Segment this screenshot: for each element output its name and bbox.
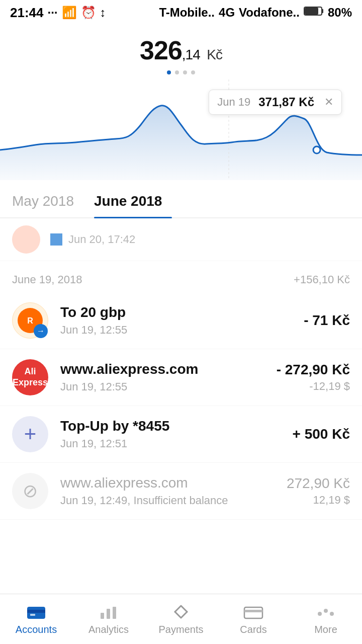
bottom-navigation: Accounts Analytics Payments xyxy=(0,594,362,644)
nav-item-accounts[interactable]: Accounts xyxy=(0,598,72,640)
date-header: June 19, 2018 +156,10 Kč xyxy=(0,261,362,292)
nav-label-cards: Cards xyxy=(240,624,266,635)
transaction-item[interactable]: R → To 20 gbp Jun 19, 12:55 - 71 Kč xyxy=(0,292,362,349)
dot-2 xyxy=(175,70,179,74)
status-left: 21:44 ··· 📶 ⏰ ↕ xyxy=(10,5,106,21)
cards-icon xyxy=(243,603,263,621)
status-right: T-Mobile.. 4G Vodafone.. 80% xyxy=(159,6,352,20)
partial-date: Jun 20, 17:42 xyxy=(68,233,135,246)
nav-label-payments: Payments xyxy=(159,624,204,635)
amount-sub-value: -12,19 $ xyxy=(277,380,350,393)
alarm-icon: ⏰ xyxy=(81,6,96,20)
battery-percentage: 80% xyxy=(328,6,352,20)
revolut-avatar: R → xyxy=(12,302,48,339)
transaction-date: Jun 19, 12:51 xyxy=(60,437,293,450)
amount-value: - 272,90 Kč xyxy=(277,362,350,378)
svg-rect-11 xyxy=(113,607,116,619)
nav-item-payments[interactable]: Payments xyxy=(145,598,217,640)
status-bar: 21:44 ··· 📶 ⏰ ↕ T-Mobile.. 4G Vodafone..… xyxy=(0,0,362,25)
nav-item-cards[interactable]: Cards xyxy=(217,598,290,640)
nav-label-accounts: Accounts xyxy=(16,624,57,635)
svg-rect-12 xyxy=(244,607,262,618)
transaction-name: To 20 gbp xyxy=(60,304,304,320)
svg-rect-13 xyxy=(244,610,262,612)
topup-plus-icon: + xyxy=(24,422,37,446)
analytics-icon xyxy=(99,603,119,621)
transaction-date: Jun 19, 12:49, Insufficient balance xyxy=(60,494,287,507)
chart-container[interactable]: Jun 19 371,87 Kč ✕ xyxy=(0,79,362,180)
section-date: June 19, 2018 xyxy=(12,273,82,286)
network-type: 4G xyxy=(219,6,235,20)
svg-rect-8 xyxy=(30,614,35,616)
transaction-name: Top-Up by *8455 xyxy=(60,418,293,434)
dot-3 xyxy=(183,70,187,74)
revolut-badge-icon: → xyxy=(34,324,48,338)
status-time: 21:44 xyxy=(10,5,44,21)
tooltip-date: Jun 19 xyxy=(217,96,250,109)
tooltip-value: 371,87 Kč xyxy=(258,95,314,109)
tab-may-2018[interactable]: May 2018 xyxy=(12,185,84,217)
signal-icon: ↕ xyxy=(100,6,106,20)
svg-rect-2 xyxy=(305,8,318,15)
chart-tooltip: Jun 19 371,87 Kč ✕ xyxy=(209,90,342,115)
transaction-amount: - 71 Kč xyxy=(304,312,350,329)
nav-label-more: More xyxy=(314,624,337,635)
partial-avatar xyxy=(12,225,40,254)
tooltip-close-button[interactable]: ✕ xyxy=(324,96,333,109)
section-total: +156,10 Kč xyxy=(294,273,350,286)
transaction-item[interactable]: + Top-Up by *8455 Jun 19, 12:51 + 500 Kč xyxy=(0,406,362,463)
balance-amount: 326,14 Kč xyxy=(0,35,362,65)
transaction-info: Top-Up by *8455 Jun 19, 12:51 xyxy=(60,418,293,450)
transaction-name: www.aliexpress.com xyxy=(60,361,277,377)
declined-avatar: ⊘ xyxy=(12,473,48,509)
svg-rect-7 xyxy=(27,610,45,613)
carrier1-label: T-Mobile.. xyxy=(159,6,215,20)
nav-item-analytics[interactable]: Analytics xyxy=(72,598,145,640)
accounts-icon xyxy=(26,603,46,621)
aliexpress-logo: AliExpress xyxy=(13,366,48,388)
nav-item-more[interactable]: More xyxy=(290,598,362,640)
transaction-item[interactable]: ⊘ www.aliexpress.com Jun 19, 12:49, Insu… xyxy=(0,463,362,520)
transaction-info: To 20 gbp Jun 19, 12:55 xyxy=(60,304,304,337)
transaction-amount: + 500 Kč xyxy=(293,426,350,442)
status-dots: ··· xyxy=(48,6,58,20)
declined-icon: ⊘ xyxy=(23,480,38,502)
transaction-info: www.aliexpress.com Jun 19, 12:55 xyxy=(60,361,277,393)
transaction-name: www.aliexpress.com xyxy=(60,475,287,491)
amount-value: + 500 Kč xyxy=(293,426,350,442)
more-icon xyxy=(316,603,336,621)
aliexpress-avatar: AliExpress xyxy=(12,359,48,395)
partial-transaction-row: Jun 20, 17:42 xyxy=(0,218,362,261)
bluetooth-icon: 📶 xyxy=(62,6,77,20)
chart-current-dot xyxy=(313,146,320,153)
amount-value: - 71 Kč xyxy=(304,312,350,329)
carrier2-label: Vodafone.. xyxy=(239,6,300,20)
balance-section: 326,14 Kč xyxy=(0,25,362,79)
svg-point-16 xyxy=(330,612,334,616)
tab-june-2018[interactable]: June 2018 xyxy=(94,185,172,217)
svg-point-15 xyxy=(324,609,328,613)
transaction-item[interactable]: AliExpress www.aliexpress.com Jun 19, 12… xyxy=(0,349,362,406)
topup-avatar: + xyxy=(12,416,48,452)
amount-value: 272,90 Kč xyxy=(287,475,350,492)
transaction-amount: 272,90 Kč 12,19 $ xyxy=(287,475,350,507)
month-tabs: May 2018 June 2018 xyxy=(0,185,362,218)
payments-icon xyxy=(171,603,191,621)
amount-sub-value: 12,19 $ xyxy=(287,494,350,507)
transaction-amount: - 272,90 Kč -12,19 $ xyxy=(277,362,350,393)
svg-rect-9 xyxy=(101,613,104,619)
svg-rect-10 xyxy=(107,609,110,619)
transaction-info: www.aliexpress.com Jun 19, 12:49, Insuff… xyxy=(60,475,287,507)
svg-text:R: R xyxy=(27,316,33,325)
nav-label-analytics: Analytics xyxy=(88,624,129,635)
page-dots xyxy=(0,70,362,74)
battery-indicator xyxy=(304,6,324,20)
svg-rect-1 xyxy=(322,9,323,13)
dot-1 xyxy=(167,70,171,74)
svg-point-14 xyxy=(318,612,322,616)
dot-4 xyxy=(191,70,195,74)
transaction-date: Jun 19, 12:55 xyxy=(60,380,277,393)
transaction-date: Jun 19, 12:55 xyxy=(60,324,304,337)
